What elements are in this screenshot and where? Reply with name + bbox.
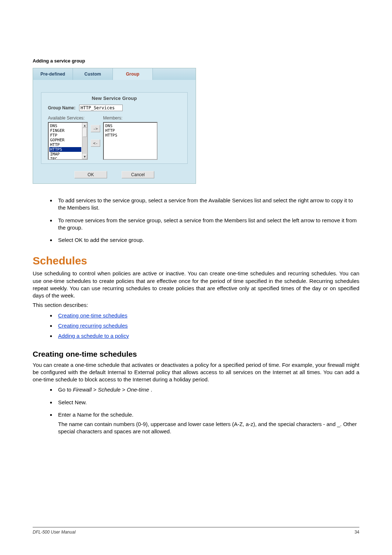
section-describes: This section describes:	[33, 301, 359, 309]
step-text: Enter a Name for the schedule.	[58, 412, 134, 418]
section-links: Creating one-time schedules Creating rec…	[56, 311, 359, 340]
list-item: To add services to the service group, se…	[56, 197, 359, 212]
link-one-time[interactable]: Creating one-time schedules	[58, 312, 127, 319]
members-label: Members:	[103, 116, 158, 121]
instructions-list: To add services to the service group, se…	[56, 197, 359, 244]
scroll-down-icon[interactable]: ▼	[82, 154, 87, 159]
tab-bar: Pre-defined Custom Group	[33, 68, 196, 80]
available-services-label: Available Services:	[48, 116, 88, 121]
tab-predefined[interactable]: Pre-defined	[33, 68, 73, 80]
service-group-screenshot: Pre-defined Custom Group New Service Gro…	[33, 68, 196, 184]
link-add-policy[interactable]: Adding a schedule to a policy	[58, 333, 129, 339]
list-item-selected[interactable]: HTTPS	[49, 147, 81, 152]
tab-custom[interactable]: Custom	[73, 68, 113, 80]
cancel-button[interactable]: Cancel	[122, 171, 154, 178]
footer-manual-name: DFL-500 User Manual	[33, 530, 75, 535]
panel-title: New Service Group	[41, 93, 187, 105]
list-item: Select New.	[56, 399, 359, 406]
scroll-up-icon[interactable]: ▲	[82, 123, 87, 128]
step-subtext: The name can contain numbers (0-9), uppe…	[58, 421, 359, 436]
footer-page-number: 34	[355, 530, 359, 535]
one-time-paragraph: You can create a one-time schedule that …	[33, 361, 359, 384]
list-item: Creating one-time schedules	[56, 311, 359, 320]
step-text: Go to	[58, 386, 73, 393]
scrollbar[interactable]: ▲ ▼	[82, 123, 87, 159]
tab-group[interactable]: Group	[113, 68, 153, 80]
scroll-thumb[interactable]	[83, 128, 87, 137]
figure-caption: Adding a service group	[33, 58, 359, 64]
list-item[interactable]: HTTPS	[105, 133, 156, 138]
members-list[interactable]: DNS HTTP HTTPS	[103, 122, 158, 160]
list-item[interactable]: IRC	[49, 157, 81, 160]
heading-schedules: Schedules	[33, 255, 359, 267]
list-item: Select OK to add the service group.	[56, 236, 359, 244]
list-item[interactable]: GOPHER	[49, 138, 81, 142]
list-item: To remove services from the service grou…	[56, 217, 359, 232]
group-name-input[interactable]	[79, 105, 123, 111]
list-item[interactable]: HTTP	[49, 142, 81, 147]
move-right-button[interactable]: ->	[91, 125, 100, 132]
link-recurring[interactable]: Creating recurring schedules	[58, 323, 128, 329]
list-item[interactable]: DNS	[49, 123, 81, 128]
step-text: .	[149, 386, 152, 393]
list-item[interactable]: HTTP	[105, 128, 156, 133]
list-item[interactable]: FINGER	[49, 128, 81, 133]
list-item[interactable]: DNS	[105, 123, 156, 128]
list-item: Adding a schedule to a policy	[56, 332, 359, 340]
new-service-group-panel: New Service Group Group Name: Available …	[41, 92, 188, 164]
schedules-paragraph: Use scheduling to control when policies …	[33, 270, 359, 299]
available-services-list[interactable]: DNS FINGER FTP GOPHER HTTP HTTPS IMAP IR…	[48, 122, 88, 160]
list-item: Creating recurring schedules	[56, 321, 359, 330]
ok-button[interactable]: OK	[74, 171, 107, 178]
list-item: Enter a Name for the schedule. The name …	[56, 411, 359, 436]
list-item[interactable]: FTP	[49, 133, 81, 138]
nav-path: Firewall > Schedule > One-time	[73, 386, 149, 393]
group-name-label: Group Name:	[48, 105, 75, 110]
heading-one-time: Creating one-time schedules	[33, 350, 359, 358]
page-footer: DFL-500 User Manual 34	[33, 527, 359, 535]
move-left-button[interactable]: <-	[91, 139, 100, 147]
steps-list: Go to Firewall > Schedule > One-time . S…	[56, 386, 359, 435]
list-item[interactable]: IMAP	[49, 152, 81, 157]
list-item: Go to Firewall > Schedule > One-time .	[56, 386, 359, 393]
